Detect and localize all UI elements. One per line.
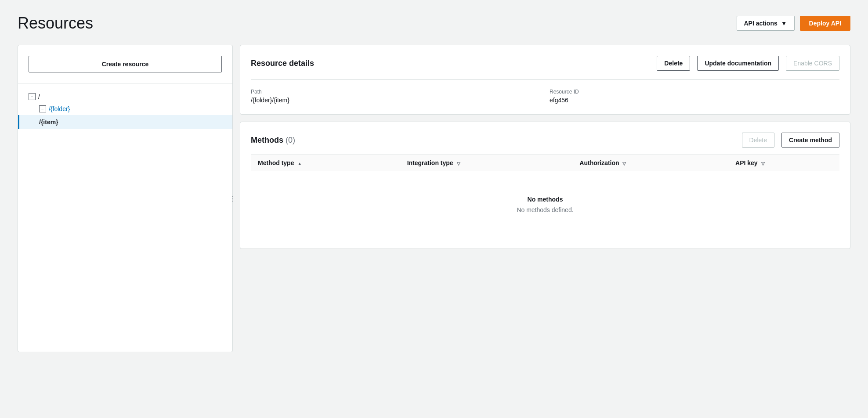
page-header: Resources API actions ▼ Deploy API [18, 14, 850, 32]
col-authorization[interactable]: Authorization ▽ [572, 155, 728, 171]
header-actions: API actions ▼ Deploy API [737, 16, 851, 31]
right-panel: Resource details Delete Update documenta… [240, 45, 850, 352]
tree-root-label: / [38, 93, 40, 100]
sort-desc-icon-integration: ▽ [457, 161, 460, 166]
tree-item-root[interactable]: − / [29, 90, 232, 103]
divider [18, 83, 232, 83]
resource-details-grid: Path /{folder}/{item} Resource ID efg456 [251, 79, 839, 104]
resource-details-title: Resource details [251, 59, 650, 68]
col-api-key[interactable]: API key ▽ [728, 155, 839, 171]
col-integration-type[interactable]: Integration type ▽ [400, 155, 573, 171]
chevron-down-icon: ▼ [781, 20, 787, 27]
deploy-api-button[interactable]: Deploy API [800, 16, 850, 31]
create-resource-button[interactable]: Create resource [29, 56, 222, 72]
methods-empty-row: No methods No methods defined. [251, 171, 839, 238]
update-documentation-button[interactable]: Update documentation [697, 56, 779, 71]
sort-desc-icon-auth: ▽ [622, 161, 626, 166]
resource-details-header: Resource details Delete Update documenta… [251, 56, 839, 71]
api-actions-button[interactable]: API actions ▼ [737, 16, 795, 31]
path-value: /{folder}/{item} [251, 97, 541, 104]
collapse-icon: − [29, 93, 36, 100]
methods-card: Methods (0) Delete Create method Me [240, 122, 850, 249]
resource-id-detail: Resource ID efg456 [550, 89, 839, 104]
delete-method-button[interactable]: Delete [742, 133, 774, 148]
tree-item-folder[interactable]: − /{folder} [39, 103, 232, 115]
methods-count: (0) [286, 136, 295, 144]
path-detail: Path /{folder}/{item} [251, 89, 541, 104]
empty-desc: No methods defined. [272, 206, 818, 213]
api-actions-label: API actions [744, 20, 778, 27]
main-layout: Create resource − / − [18, 45, 850, 352]
delete-resource-button[interactable]: Delete [657, 56, 690, 71]
page-title: Resources [18, 14, 93, 32]
path-label: Path [251, 89, 541, 95]
deploy-api-label: Deploy API [809, 20, 841, 27]
resource-details-card: Resource details Delete Update documenta… [240, 45, 850, 115]
left-panel: Create resource − / − [18, 45, 233, 352]
empty-title: No methods [272, 196, 818, 203]
col-method-type[interactable]: Method type ▲ [251, 155, 400, 171]
resource-tree: − / − /{folder} [18, 90, 232, 115]
resize-handle[interactable]: ⋮ [231, 190, 234, 207]
methods-header: Methods (0) Delete Create method [251, 133, 839, 148]
resource-id-value: efg456 [550, 97, 839, 104]
methods-table: Method type ▲ Integration type ▽ Authori… [251, 155, 839, 238]
sort-desc-icon-apikey: ▽ [761, 161, 765, 166]
create-resource-label: Create resource [102, 61, 149, 68]
methods-title: Methods (0) [251, 136, 735, 145]
enable-cors-button[interactable]: Enable CORS [786, 56, 839, 71]
tree-item-selected-label: /{item} [39, 119, 58, 126]
create-method-button[interactable]: Create method [781, 133, 839, 148]
resource-id-label: Resource ID [550, 89, 839, 95]
collapse-folder-icon: − [39, 105, 46, 112]
sort-asc-icon: ▲ [297, 161, 302, 166]
tree-folder-label: /{folder} [49, 105, 70, 112]
methods-table-header-row: Method type ▲ Integration type ▽ Authori… [251, 155, 839, 171]
empty-state: No methods No methods defined. [258, 182, 832, 227]
tree-item-item-selected[interactable]: /{item} [18, 115, 232, 129]
